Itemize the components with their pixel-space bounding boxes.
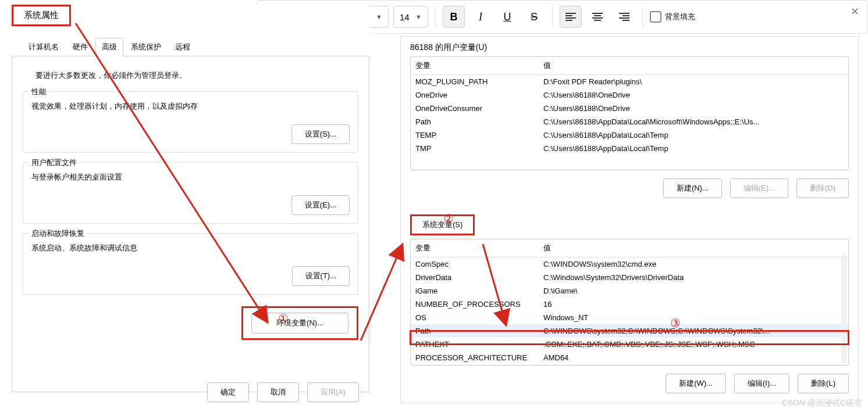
performance-title: 性能 [29,87,49,97]
startup-recovery-title: 启动和故障恢复 [29,228,87,239]
list-row[interactable]: ComSpecC:\WINDOWS\system32\cmd.exe [411,257,848,271]
user-delete-button[interactable]: 删除(D) [796,178,849,198]
font-size-select[interactable]: 14 ▼ [393,6,428,28]
user-variables-list[interactable]: 变量 值 MOZ_PLUGIN_PATHD:\Foxit PDF Reader\… [410,56,849,170]
var-name: Path [415,327,543,335]
var-value: .COM;.EXE;.BAT;.CMD;.VBS;.VBE;.JS;.JSE;.… [543,340,844,349]
var-value: Windows_NT [543,313,844,322]
list-row[interactable]: PROCESSOR_ARCHITECTUREAMD64 [411,351,848,364]
list-row[interactable]: NUMBER_OF_PROCESSORS16 [411,298,848,311]
cancel-button[interactable]: 取消 [257,382,299,402]
system-variables-list[interactable]: 变量 值 ComSpecC:\WINDOWS\system32\cmd.exeD… [410,239,849,366]
align-center-button[interactable] [586,6,609,28]
chevron-down-icon: ▼ [376,13,382,20]
apply-button[interactable]: 应用(A) [307,382,359,402]
list-row[interactable]: PathC:\WINDOWS\system32;C:\WINDOWS;C:\WI… [411,324,848,338]
var-value: C:\Users\86188\OneDrive [543,91,844,99]
italic-button[interactable]: I [469,6,492,28]
tab-strip: 计算机名 硬件 高级 系统保护 远程 [12,38,369,56]
bold-button[interactable]: B [443,6,465,28]
var-name: OneDrive [415,91,543,99]
var-value: D:\Foxit PDF Reader\plugins\ [543,77,844,86]
system-properties-dialog: 系统属性 计算机名 硬件 高级 系统保护 远程 要进行大多数更改，你必须作为管理… [12,5,369,409]
var-name: TEMP [415,131,543,139]
background-fill-toggle[interactable]: 背景填充 [650,11,695,23]
background-fill-label: 背景填充 [665,12,695,22]
watermark: CSDN @沉浸式C语言 [782,398,862,409]
system-variables-label: 系统变量(S) [422,220,463,229]
advanced-panel: 要进行大多数更改，你必须作为管理员登录。 性能 视觉效果，处理器计划，内存使用，… [12,56,369,392]
sys-button-row: 新建(W)... 编辑(I)... 删除(L) [410,374,849,393]
close-icon[interactable]: ✕ [851,5,859,18]
var-value: C:\Windows\System32\Drivers\DriverData [543,273,844,282]
list-row[interactable]: TEMPC:\Users\86188\AppData\Local\Temp [411,128,848,142]
var-name: PATHEXT [415,340,543,349]
var-value: D:\iGame\ [543,286,844,295]
tab-hardware[interactable]: 硬件 [66,38,94,56]
checkbox-icon [650,11,661,23]
list-row[interactable]: OneDriveC:\Users\86188\OneDrive [411,88,848,102]
var-value: C:\WINDOWS\system32;C:\WINDOWS;C:\WINDOW… [543,327,844,335]
user-profile-title: 用户配置文件 [29,157,79,168]
dialog-buttons: 确定 取消 应用(A) [207,382,359,402]
var-name: DriverData [415,273,543,282]
system-variables-highlight: 系统变量(S) [410,214,475,235]
header-value: 值 [543,243,844,253]
list-row[interactable]: OSWindows_NT [411,311,848,324]
divider [435,7,436,27]
var-value: C:\Users\86188\AppData\Local\Temp [543,144,844,153]
header-variable: 变量 [415,60,543,71]
ok-button[interactable]: 确定 [207,382,249,402]
align-right-icon [619,12,629,22]
tab-remote[interactable]: 远程 [169,38,197,56]
align-left-button[interactable] [560,6,582,28]
var-name: OS [415,313,543,322]
performance-settings-button[interactable]: 设置(S)... [291,124,350,144]
var-name: NUMBER_OF_PROCESSORS [415,300,543,309]
startup-recovery-settings-button[interactable]: 设置(T)... [292,266,350,286]
environment-variables-dialog: 86188 的用户变量(U) 变量 值 MOZ_PLUGIN_PATHD:\Fo… [400,36,859,403]
list-row[interactable]: OneDriveConsumerC:\Users\86188\OneDrive [411,102,848,115]
admin-note: 要进行大多数更改，你必须作为管理员登录。 [23,70,358,81]
list-header: 变量 值 [411,57,848,75]
startup-recovery-desc: 系统启动、系统故障和调试信息 [31,243,350,253]
strikethrough-button[interactable]: S [523,6,545,28]
list-row[interactable]: iGameD:\iGame\ [411,284,848,298]
user-new-button[interactable]: 新建(N)... [663,178,722,198]
var-name: PROCESSOR_ARCHITECTURE [415,353,543,362]
list-row[interactable]: PATHEXT.COM;.EXE;.BAT;.CMD;.VBS;.VBE;.JS… [411,338,848,351]
font-size-value: 14 [400,12,410,22]
align-right-button[interactable] [613,6,635,28]
tab-computer-name[interactable]: 计算机名 [22,38,65,56]
var-value: AMD64 [543,353,844,362]
divider [552,7,553,27]
list-row[interactable]: MOZ_PLUGIN_PATHD:\Foxit PDF Reader\plugi… [411,75,848,88]
align-left-icon [565,12,576,22]
startup-recovery-group: 启动和故障恢复 系统启动、系统故障和调试信息 设置(T)... [23,233,358,295]
sys-delete-button[interactable]: 删除(L) [798,374,849,393]
tab-system-protection[interactable]: 系统保护 [124,38,168,56]
divider [642,7,643,27]
var-name: TMP [415,144,543,153]
var-value: C:\Users\86188\AppData\Local\Microsoft\W… [543,117,844,126]
env-var-highlight: 环境变量(N)... [241,306,358,340]
user-profile-settings-button[interactable]: 设置(E)... [291,195,350,215]
sys-edit-button[interactable]: 编辑(I)... [734,374,789,393]
var-name: OneDriveConsumer [415,104,543,113]
user-edit-button[interactable]: 编辑(E)... [730,178,788,198]
var-value: C:\Users\86188\OneDrive [543,104,844,113]
user-variables-label: 86188 的用户变量(U) [410,42,849,53]
var-name: MOZ_PLUGIN_PATH [415,77,543,86]
var-name: ComSpec [415,260,543,268]
list-row[interactable]: PathC:\Users\86188\AppData\Local\Microso… [411,115,848,128]
var-name: Path [415,117,543,126]
var-value: 16 [543,300,844,309]
tab-advanced[interactable]: 高级 [95,38,123,56]
var-value: C:\Users\86188\AppData\Local\Temp [543,131,844,139]
list-row[interactable]: DriverDataC:\Windows\System32\Drivers\Dr… [411,271,848,284]
header-value: 值 [543,60,844,71]
environment-variables-button[interactable]: 环境变量(N)... [251,313,348,334]
list-row[interactable]: TMPC:\Users\86188\AppData\Local\Temp [411,142,848,155]
sys-new-button[interactable]: 新建(W)... [666,374,726,393]
underline-button[interactable]: U [496,6,518,28]
